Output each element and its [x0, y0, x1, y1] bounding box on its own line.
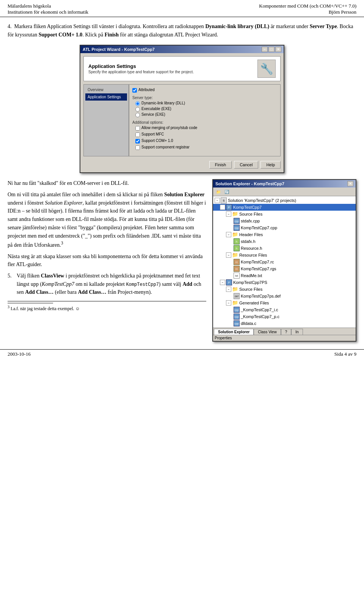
ps-source-label: Source Files: [239, 287, 262, 292]
tree-item-generated[interactable]: − 📁 Generated Files: [213, 299, 356, 306]
maximize-button[interactable]: □: [268, 47, 275, 52]
sol-tool-btn-2[interactable]: 🔄: [223, 188, 231, 195]
tree-item-source-files[interactable]: − 📁 Source Files: [213, 211, 356, 218]
radio-exe: Executable (EXE): [132, 107, 277, 112]
atl-panel: Attributed Server type: Dynamic-link lib…: [129, 84, 281, 156]
tree-item-header-files[interactable]: − 📁 Header Files: [213, 231, 356, 238]
expand-generated[interactable]: −: [226, 300, 231, 306]
body-para1: Ni har nu fått "skalkod" för en COM-serv…: [8, 179, 206, 188]
body-text2: Om ni vill titta på antalet filer och in…: [8, 192, 206, 248]
def-label: KompTestCpp7ps.def: [241, 294, 281, 298]
tree-item-readme[interactable]: txt ReadMe.txt: [213, 272, 356, 279]
sol-tabs: Solution Explorer Class View ? In: [213, 328, 356, 335]
expand-source[interactable]: −: [226, 211, 231, 217]
expand-project1[interactable]: −: [220, 205, 225, 210]
atl-title: ATL Project Wizard - KompTestCpp7: [83, 47, 155, 52]
footnote-line: [8, 303, 53, 303]
footnote: 3 I.a.f. när jag testade detta exempel. …: [8, 301, 206, 312]
page-header: Mälardalens högskola Institutionen för e…: [0, 0, 364, 17]
radio-service: Service (EXE): [132, 112, 277, 117]
tree-item-rc[interactable]: rc KompTestCpp7.rc: [213, 259, 356, 265]
resource-files-label: Resource Files: [239, 253, 267, 257]
opt-com-checkbox[interactable]: [135, 139, 140, 143]
tree-item-komptestcpp7-cpp[interactable]: cpp KompTestCpp7.cpp: [213, 224, 356, 231]
radio-service-input[interactable]: [135, 113, 140, 117]
resource-folder-icon: 📁: [232, 252, 238, 258]
help-button[interactable]: Help: [260, 161, 281, 169]
tree-item-rgs[interactable]: rc KompTestCpp7.rgs: [213, 265, 356, 272]
tree-item-project2[interactable]: − P KompTestCpp7PS: [213, 279, 356, 286]
tree-item-ps-source[interactable]: − 📁 Source Files: [213, 286, 356, 293]
additional-options-group: Additional options: Allow merging of pro…: [132, 120, 277, 150]
komptestcpp7-code: KompTestCpp7: [126, 282, 158, 287]
radio-exe-input[interactable]: [135, 107, 140, 112]
expand-resource[interactable]: −: [226, 252, 231, 258]
additional-label: Additional options:: [132, 120, 277, 125]
footnote-ref: 3: [61, 241, 63, 246]
pc-icon: cpp: [234, 314, 240, 320]
sidebar-app-settings[interactable]: Application Settings: [85, 93, 127, 101]
minimize-button[interactable]: −: [262, 47, 268, 52]
stdafx-cpp-icon: cpp: [234, 218, 240, 224]
opt-proxy-row: Allow merging of proxy/stub code: [132, 126, 277, 131]
step4-bold2: Server Type: [310, 24, 337, 29]
tab-solution-explorer[interactable]: Solution Explorer: [214, 329, 254, 335]
generated-folder-icon: 📁: [232, 300, 238, 306]
cancel-button[interactable]: Cancel: [234, 161, 258, 169]
opt-proxy-label: Allow merging of proxy/stub code: [141, 126, 197, 130]
project2-label: KompTestCpp7PS: [233, 280, 267, 285]
opt-registrar-checkbox[interactable]: [135, 145, 140, 150]
opt-com-row: Support COM+ 1.0: [132, 139, 277, 143]
sol-tool-btn-1[interactable]: 📁: [215, 188, 222, 195]
window-buttons: − □ ✕: [262, 47, 281, 52]
solution-icon: S: [221, 197, 227, 203]
dlldata-icon: cpp: [234, 320, 240, 326]
tree-item-def[interactable]: def KompTestCpp7ps.def: [213, 293, 356, 299]
expand-project2[interactable]: −: [220, 280, 225, 285]
atl-body: Application Settings Specify the applica…: [80, 53, 284, 172]
tab-info[interactable]: In: [291, 329, 303, 335]
opt-mfc-label: Support MFC: [141, 132, 164, 136]
department-name: Institutionen för ekonomi och informatik: [8, 9, 88, 15]
tab-class-view[interactable]: Class View: [254, 329, 281, 335]
expand-solution[interactable]: −: [215, 198, 220, 203]
tree-item-project1[interactable]: − P KompTestCpp7: [213, 204, 356, 211]
komptestcpp7-cpp-icon: cpp: [234, 225, 240, 231]
header-left: Mälardalens högskola Institutionen för e…: [8, 3, 88, 15]
tree-item-resource-files[interactable]: − 📁 Resource Files: [213, 252, 356, 259]
atl-dialog: ATL Project Wizard - KompTestCpp7 − □ ✕ …: [80, 45, 284, 173]
tree-item-resource-h[interactable]: h Resource.h: [213, 245, 356, 252]
add-bold: Add: [182, 281, 192, 287]
stdafx-h-icon: h: [234, 238, 240, 244]
tree-item-stdafx-cpp[interactable]: cpp stdafx.cpp: [213, 218, 356, 224]
project1-label: KompTestCpp7: [233, 205, 262, 210]
footnote-text: 3 I.a.f. när jag testade detta exempel. …: [8, 305, 206, 312]
radio-dll: Dynamic-link library (DLL): [132, 101, 277, 106]
tree-item-dlldata[interactable]: cpp dlldata.c: [213, 320, 356, 327]
expand-ps-source[interactable]: −: [226, 287, 231, 292]
tree-item-solution[interactable]: − S Solution 'KompTestCpp7' (2 projects): [213, 197, 356, 204]
tab-question[interactable]: ?: [281, 329, 292, 335]
close-button[interactable]: ✕: [275, 47, 281, 52]
opt-mfc-checkbox[interactable]: [135, 132, 140, 137]
tree-item-pc[interactable]: cpp _KompTestCpp7_p.c: [213, 313, 356, 320]
add-class-bold1: Add Class…: [25, 289, 53, 295]
atl-content: Overview Application Settings Attributed…: [83, 84, 281, 156]
sol-props-label: Properties: [215, 336, 232, 340]
expand-header[interactable]: −: [226, 232, 231, 237]
stdafx-h-label: stdafx.h: [241, 239, 256, 244]
komptestcpp7-italic: KompTestCpp7: [42, 281, 74, 287]
sol-close-icon[interactable]: ✕: [347, 181, 353, 186]
finish-button[interactable]: Finish: [209, 161, 232, 169]
project1-icon: P: [226, 204, 232, 210]
opt-proxy-checkbox[interactable]: [135, 126, 140, 131]
tree-item-ic[interactable]: cpp _KompTestCpp7_i.c: [213, 306, 356, 313]
tree-item-stdafx-h[interactable]: h stdafx.h: [213, 238, 356, 245]
sidebar-overview[interactable]: Overview: [85, 86, 127, 93]
step5-text: Välj fliken ClassView i projektfönstret …: [17, 272, 206, 296]
radio-service-label: Service (EXE): [141, 112, 165, 117]
step4-bold1: Dynamic-link library (DLL): [205, 24, 269, 29]
attributed-checkbox[interactable]: [132, 88, 137, 93]
author-name: Björn Persson: [259, 9, 356, 15]
radio-dll-input[interactable]: [135, 101, 140, 106]
